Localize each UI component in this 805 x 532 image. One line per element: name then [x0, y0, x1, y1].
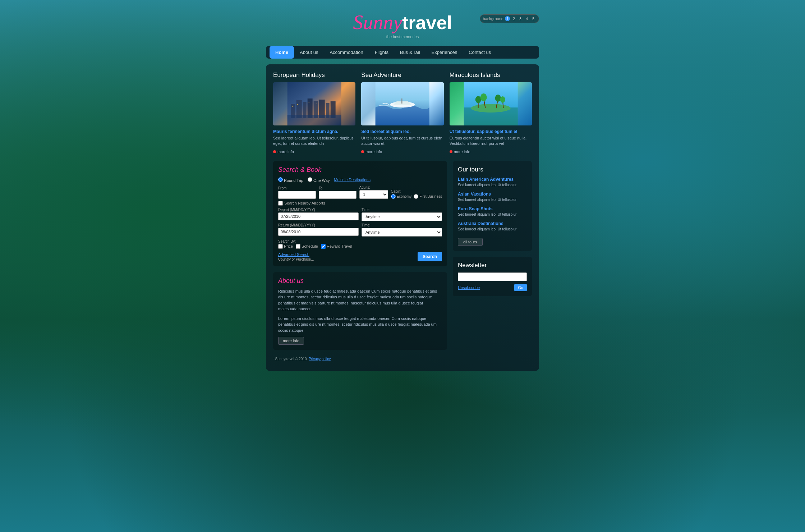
feature-european-more-info[interactable]: more info [273, 150, 355, 154]
bg-num-1[interactable]: 1 [505, 16, 510, 21]
tour-latin: Latin American Adventures Sed laoreet al… [458, 177, 527, 187]
adults-select[interactable]: 1234 [359, 190, 388, 199]
right-col: Our tours Latin American Adventures Sed … [453, 161, 532, 350]
about-us-para2: Lorem ipsum diculus mus ulla d usce feug… [278, 316, 442, 334]
first-business-label[interactable]: First/Business [414, 194, 442, 199]
from-label: From [278, 186, 316, 190]
first-business-radio[interactable] [414, 194, 418, 199]
all-tours-btn[interactable]: all tours [458, 238, 483, 246]
search-nearby-checkbox[interactable] [278, 201, 283, 206]
bg-num-2[interactable]: 2 [511, 16, 516, 21]
price-label[interactable]: Price [278, 244, 293, 249]
nav-experiences[interactable]: Experiences [426, 46, 463, 59]
multiple-destinations-link[interactable]: Multiple Destinations [334, 178, 371, 182]
unsubscribe-link[interactable]: Unsubscribe [458, 285, 480, 290]
search-nearby-label: Search Nearby Airports [284, 201, 325, 205]
svg-point-11 [309, 102, 309, 103]
depart-time-group: Time: Anytime [362, 208, 442, 221]
return-input[interactable] [278, 228, 359, 236]
return-label: Return (MM/DD/YYYY) [278, 223, 359, 227]
round-trip-radio[interactable] [278, 177, 283, 182]
from-input[interactable] [278, 191, 316, 199]
newsletter-heading: Newsletter [458, 262, 527, 269]
about-us-section: About us Ridiculus mus ulla d usce feugi… [273, 272, 447, 350]
privacy-policy-link[interactable]: Privacy policy [309, 357, 331, 361]
about-us-more-info-btn[interactable]: more info [278, 337, 304, 345]
economy-label[interactable]: Economy [391, 194, 412, 199]
depart-input[interactable] [278, 212, 359, 220]
svg-point-22 [475, 96, 481, 103]
tour-asian-link[interactable]: Asian Vacations [458, 192, 527, 197]
depart-time-label: Time: [362, 208, 442, 212]
depart-time-select[interactable]: Anytime [362, 212, 442, 221]
to-label: To [319, 186, 356, 190]
country-purchase: Country of Purchase... [278, 257, 352, 261]
tour-latin-desc: Sed laoreet aliquam leo. Ut tellusolur [458, 183, 527, 187]
svg-point-28 [500, 96, 505, 103]
more-info-label-sea[interactable]: more info [365, 150, 382, 154]
feature-islands-title: Miraculous Islands [450, 72, 532, 79]
tour-euro-link[interactable]: Euro Snap Shots [458, 206, 527, 211]
feature-sea-more-info[interactable]: more info [361, 150, 443, 154]
nav-accommodation[interactable]: Accommodation [324, 46, 369, 59]
schedule-checkbox[interactable] [296, 244, 300, 249]
one-way-radio[interactable] [308, 177, 312, 182]
bg-selector[interactable]: background 1 2 3 4 5 [480, 14, 539, 23]
svg-point-24 [480, 93, 487, 101]
header: Sunnytravel the best memories background… [266, 7, 539, 42]
reward-travel-label[interactable]: Reward Travel [321, 244, 352, 249]
feature-islands-more-info[interactable]: more info [450, 150, 532, 154]
economy-radio[interactable] [391, 194, 396, 199]
feature-european-bold: Mauris fermentum dictum agna. [273, 129, 355, 134]
feature-sea-body: Ut tellusolur, dapibus eget, tum et curs… [361, 136, 443, 147]
search-book-heading: Search & Book [278, 166, 442, 174]
feature-sea-image [361, 82, 443, 125]
cabin-field-group: Cabin: Economy First/Business [391, 189, 442, 199]
return-group: Return (MM/DD/YYYY) [278, 223, 359, 237]
round-trip-label[interactable]: Round Trip [278, 177, 303, 183]
svg-point-20 [471, 104, 510, 113]
tour-australia-link[interactable]: Australia Destinations [458, 221, 527, 226]
nav-about[interactable]: About us [294, 46, 324, 59]
footer: · Sunnytravel © 2010. Privacy policy [273, 354, 532, 364]
tour-asian: Asian Vacations Sed laoreet aliquam leo.… [458, 192, 527, 202]
nav-contact[interactable]: Contact us [463, 46, 497, 59]
more-info-label-islands[interactable]: more info [454, 150, 470, 154]
advanced-search-link[interactable]: Advanced Search [278, 252, 309, 257]
feature-islands: Miraculous Islands [450, 72, 532, 154]
tour-euro-desc: Sed laoreet aliquam leo. Ut tellusolur [458, 212, 527, 217]
tour-latin-link[interactable]: Latin American Adventures [458, 177, 527, 182]
more-info-label[interactable]: more info [277, 150, 294, 154]
schedule-label[interactable]: Schedule [296, 244, 318, 249]
bg-num-4[interactable]: 4 [524, 16, 529, 21]
newsletter-row: Unsubscribe Go [458, 284, 527, 291]
logo: Sunnytravel [353, 11, 452, 34]
nav-flights[interactable]: Flights [369, 46, 394, 59]
left-col: Search & Book Round Trip One Way Multipl… [273, 161, 447, 350]
trip-type-row: Round Trip One Way Multiple Destinations [278, 177, 442, 183]
return-time-select[interactable]: Anytime [362, 228, 442, 237]
tour-australia-desc: Sed laoreet aliquam leo. Ut tellusolur [458, 227, 527, 231]
tour-australia: Australia Destinations Sed laoreet aliqu… [458, 221, 527, 231]
go-button[interactable]: Go [514, 284, 527, 291]
svg-point-10 [297, 104, 298, 105]
to-input[interactable] [319, 191, 356, 199]
reward-travel-checkbox[interactable] [321, 244, 326, 249]
bg-num-5[interactable]: 5 [531, 16, 536, 21]
feature-european: European Holidays [273, 72, 355, 154]
search-by-options: Price Schedule Reward Travel [278, 244, 352, 249]
feature-sea: Sea Adventure [361, 72, 443, 154]
tour-euro: Euro Snap Shots Sed laoreet aliquam leo.… [458, 206, 527, 217]
bg-selector-label: background [483, 17, 504, 21]
nav-bus-rail[interactable]: Bus & rail [394, 46, 426, 59]
newsletter-input[interactable] [458, 272, 527, 281]
bg-num-3[interactable]: 3 [518, 16, 523, 21]
feature-sea-bold: Sed laoreet aliquam leo. [361, 129, 443, 134]
search-by-label: Search By: [278, 239, 352, 243]
svg-point-12 [316, 104, 317, 104]
nav-home[interactable]: Home [270, 46, 294, 59]
price-checkbox[interactable] [278, 244, 283, 249]
one-way-label[interactable]: One Way [308, 177, 330, 183]
svg-rect-17 [401, 98, 402, 104]
search-button[interactable]: Search [418, 252, 442, 261]
